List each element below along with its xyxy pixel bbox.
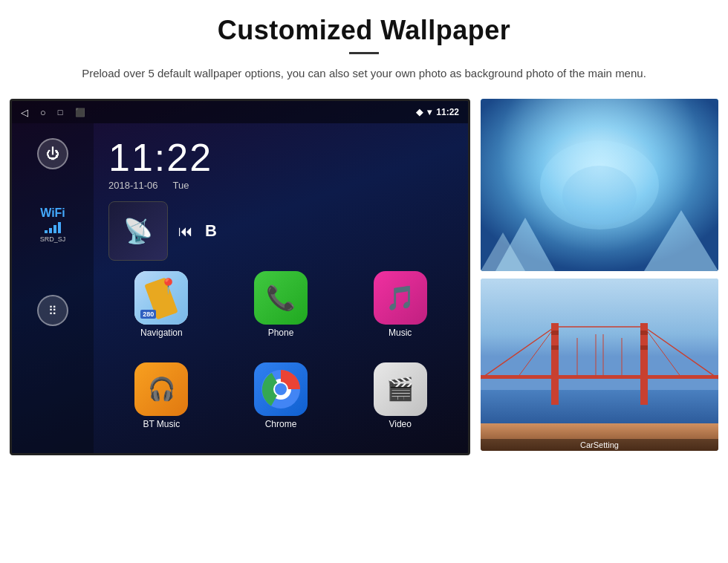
wifi-bars bbox=[45, 222, 61, 233]
app-grid: 📍 280 Navigation 📞 Phone bbox=[94, 264, 468, 453]
screen-body: ⏻ WiFi SRD_SJ ⠿ bbox=[12, 123, 468, 453]
phone-app-label: Phone bbox=[268, 328, 294, 338]
radio-icon: 📡 bbox=[123, 217, 153, 245]
apps-grid-icon: ⠿ bbox=[48, 304, 57, 318]
app-item-chrome[interactable]: Chrome bbox=[225, 362, 337, 446]
wifi-status-icon: ▾ bbox=[427, 107, 432, 117]
power-button[interactable]: ⏻ bbox=[37, 138, 68, 169]
svg-rect-10 bbox=[481, 279, 718, 390]
carsetting-label: CarSetting bbox=[481, 439, 718, 451]
nav-pin-icon: 📍 bbox=[159, 277, 178, 295]
location-icon: ◆ bbox=[416, 107, 423, 117]
wallpaper-panel: CarSetting bbox=[481, 99, 718, 455]
svg-rect-15 bbox=[551, 331, 559, 335]
nav-280-badge: 280 bbox=[140, 310, 156, 319]
btmusic-app-icon: 🎧 bbox=[134, 362, 188, 416]
apps-drawer-button[interactable]: ⠿ bbox=[37, 295, 68, 326]
video-icon: 🎬 bbox=[386, 376, 414, 402]
status-bar: ◁ ○ □ ⬛ ◆ ▾ 11:22 bbox=[12, 101, 468, 123]
chrome-app-icon bbox=[254, 362, 308, 416]
svg-rect-18 bbox=[640, 345, 648, 350]
app-item-music[interactable]: 🎵 Music bbox=[344, 271, 456, 355]
home-nav-icon[interactable]: ○ bbox=[40, 107, 46, 118]
clock-date: 2018-11-06 Tue bbox=[108, 180, 453, 191]
app-item-navigation[interactable]: 📍 280 Navigation bbox=[105, 271, 218, 355]
recents-nav-icon[interactable]: □ bbox=[58, 108, 63, 117]
music-app-icon: 🎵 bbox=[374, 271, 427, 325]
svg-point-6 bbox=[562, 166, 637, 225]
sidebar: ⏻ WiFi SRD_SJ ⠿ bbox=[12, 123, 94, 453]
phone-app-icon: 📞 bbox=[254, 271, 308, 325]
svg-marker-7 bbox=[495, 218, 555, 271]
status-bar-left: ◁ ○ □ ⬛ bbox=[21, 107, 85, 118]
app-item-btmusic[interactable]: 🎧 BT Music bbox=[105, 362, 218, 446]
page-title: Customized Wallpaper bbox=[218, 15, 511, 46]
wifi-label: WiFi bbox=[40, 206, 65, 220]
video-app-icon: 🎬 bbox=[374, 362, 427, 416]
clock-time: 11:22 bbox=[108, 135, 453, 180]
svg-rect-4 bbox=[481, 99, 718, 271]
svg-rect-14 bbox=[640, 323, 648, 405]
wallpaper-ice-cave[interactable] bbox=[481, 99, 718, 271]
svg-rect-13 bbox=[551, 323, 559, 405]
wifi-bar-1 bbox=[45, 230, 48, 233]
prev-track-icon[interactable]: ⏮ bbox=[178, 223, 193, 240]
bluetooth-icon: 🎧 bbox=[148, 376, 175, 402]
main-content: ◁ ○ □ ⬛ ◆ ▾ 11:22 bbox=[30, 99, 698, 455]
back-nav-icon[interactable]: ◁ bbox=[21, 107, 28, 118]
bridge-svg bbox=[481, 279, 718, 451]
status-time: 11:22 bbox=[436, 107, 459, 117]
ice-cave-image bbox=[481, 99, 718, 271]
svg-rect-19 bbox=[481, 375, 718, 379]
svg-rect-11 bbox=[481, 390, 718, 427]
btmusic-app-label: BT Music bbox=[143, 419, 180, 429]
wallpaper-golden-gate[interactable]: CarSetting bbox=[481, 279, 718, 451]
music-app-label: Music bbox=[389, 328, 412, 338]
svg-point-5 bbox=[540, 140, 659, 230]
media-icon-box: 📡 bbox=[108, 201, 168, 261]
wifi-bar-3 bbox=[53, 225, 56, 233]
navigation-app-icon: 📍 280 bbox=[134, 271, 188, 325]
chrome-app-label: Chrome bbox=[265, 419, 297, 429]
page-description: Preload over 5 default wallpaper options… bbox=[82, 65, 646, 82]
chrome-logo-svg bbox=[261, 369, 301, 409]
title-divider bbox=[349, 52, 379, 54]
screen-center: 11:22 2018-11-06 Tue 📡 ⏮ B bbox=[94, 123, 468, 453]
wifi-bar-4 bbox=[58, 222, 61, 233]
video-app-label: Video bbox=[389, 419, 411, 429]
power-icon: ⏻ bbox=[46, 146, 59, 162]
app-item-phone[interactable]: 📞 Phone bbox=[225, 271, 337, 355]
clock-widget: 11:22 2018-11-06 Tue bbox=[94, 123, 468, 198]
music-icon: 🎵 bbox=[386, 284, 415, 312]
wifi-bar-2 bbox=[49, 228, 52, 233]
media-controls: ⏮ B bbox=[178, 221, 217, 241]
bluetooth-media-label: B bbox=[205, 221, 217, 241]
navigation-app-label: Navigation bbox=[140, 328, 183, 338]
svg-marker-8 bbox=[644, 210, 718, 271]
svg-point-3 bbox=[275, 383, 287, 395]
wifi-widget: WiFi SRD_SJ bbox=[40, 206, 66, 243]
ice-cave-svg bbox=[481, 99, 718, 271]
android-screen: ◁ ○ □ ⬛ ◆ ▾ 11:22 bbox=[10, 99, 470, 455]
svg-rect-16 bbox=[551, 345, 559, 350]
bridge-scene-image: CarSetting bbox=[481, 279, 718, 451]
clock-date-value: 2018-11-06 bbox=[108, 180, 158, 191]
clock-day-value: Tue bbox=[173, 180, 189, 191]
app-item-video[interactable]: 🎬 Video bbox=[344, 362, 456, 446]
phone-icon: 📞 bbox=[266, 284, 296, 312]
screenshot-icon[interactable]: ⬛ bbox=[75, 108, 85, 117]
status-bar-right: ◆ ▾ 11:22 bbox=[416, 107, 459, 117]
svg-marker-9 bbox=[481, 232, 525, 271]
wifi-ssid: SRD_SJ bbox=[40, 235, 66, 243]
media-area: 📡 ⏮ B bbox=[94, 198, 468, 264]
svg-rect-17 bbox=[640, 331, 648, 335]
page-container: Customized Wallpaper Preload over 5 defa… bbox=[0, 0, 728, 563]
